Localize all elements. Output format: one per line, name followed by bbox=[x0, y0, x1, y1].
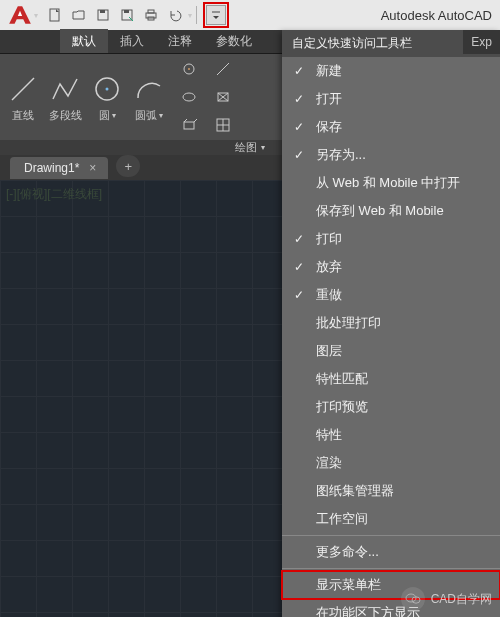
menu-item-label: 显示菜单栏 bbox=[316, 576, 381, 594]
line-label: 直线 bbox=[12, 108, 34, 123]
document-name: Drawing1* bbox=[24, 161, 79, 175]
menu-item[interactable]: ✓另存为... bbox=[282, 141, 500, 169]
menu-item-label: 放弃 bbox=[316, 258, 342, 276]
svg-rect-15 bbox=[184, 122, 194, 129]
menu-item-label: 保存到 Web 和 Mobile bbox=[316, 202, 444, 220]
circle-label: 圆 bbox=[99, 108, 110, 123]
menu-more-commands[interactable]: 更多命令... bbox=[282, 538, 500, 566]
chevron-down-icon: ▾ bbox=[261, 143, 265, 152]
menu-item[interactable]: 批处理打印 bbox=[282, 309, 500, 337]
menu-item[interactable]: ✓重做 bbox=[282, 281, 500, 309]
qat-dropdown-highlight bbox=[203, 2, 229, 28]
menu-item[interactable]: ✓新建 bbox=[282, 57, 500, 85]
mini-tool-2[interactable] bbox=[178, 86, 200, 108]
menu-item-label: 渲染 bbox=[316, 454, 342, 472]
menu-item-label: 新建 bbox=[316, 62, 342, 80]
check-icon: ✓ bbox=[292, 64, 306, 78]
qat-saveas-button[interactable] bbox=[116, 4, 138, 26]
menu-item-label: 从 Web 和 Mobile 中打开 bbox=[316, 174, 460, 192]
arc-tool[interactable]: 圆弧▾ bbox=[132, 72, 166, 123]
menu-item[interactable]: 图层 bbox=[282, 337, 500, 365]
menu-item-label: 重做 bbox=[316, 286, 342, 304]
check-icon: ✓ bbox=[292, 92, 306, 106]
menu-item[interactable]: ✓放弃 bbox=[282, 253, 500, 281]
svg-line-9 bbox=[12, 78, 34, 100]
qat-customize-dropdown-button[interactable] bbox=[206, 5, 226, 25]
close-icon[interactable]: × bbox=[89, 161, 96, 175]
arc-label: 圆弧 bbox=[135, 108, 157, 123]
quick-access-toolbar: ▾ bbox=[44, 2, 229, 28]
menu-item[interactable]: 从 Web 和 Mobile 中打开 bbox=[282, 169, 500, 197]
tab-annotate[interactable]: 注释 bbox=[156, 29, 204, 53]
menu-item[interactable]: 打印预览 bbox=[282, 393, 500, 421]
svg-rect-6 bbox=[148, 10, 154, 13]
mini-tool-4[interactable] bbox=[212, 58, 234, 80]
menu-item-label: 工作空间 bbox=[316, 510, 368, 528]
menu-item-label: 另存为... bbox=[316, 146, 366, 164]
svg-rect-4 bbox=[124, 10, 129, 13]
qat-open-button[interactable] bbox=[68, 4, 90, 26]
qat-new-button[interactable] bbox=[44, 4, 66, 26]
tab-default[interactable]: 默认 bbox=[60, 29, 108, 53]
qat-print-button[interactable] bbox=[140, 4, 162, 26]
check-icon: ✓ bbox=[292, 232, 306, 246]
document-tab[interactable]: Drawing1* × bbox=[10, 157, 108, 179]
check-icon: ✓ bbox=[292, 148, 306, 162]
svg-point-14 bbox=[183, 93, 195, 101]
qat-separator bbox=[196, 6, 197, 24]
chevron-down-icon: ▾ bbox=[159, 111, 163, 120]
menu-item[interactable]: 图纸集管理器 bbox=[282, 477, 500, 505]
circle-tool[interactable]: 圆▾ bbox=[90, 72, 124, 123]
menu-item[interactable]: 工作空间 bbox=[282, 505, 500, 533]
qat-undo-button[interactable] bbox=[164, 4, 186, 26]
menu-item-label: 图纸集管理器 bbox=[316, 482, 394, 500]
mini-tool-3[interactable] bbox=[178, 114, 200, 136]
app-logo[interactable] bbox=[6, 4, 34, 26]
menu-item-label: 打印 bbox=[316, 230, 342, 248]
line-tool[interactable]: 直线 bbox=[6, 72, 40, 123]
undo-dropdown-icon[interactable]: ▾ bbox=[188, 11, 192, 20]
menu-item[interactable]: 渲染 bbox=[282, 449, 500, 477]
menu-item[interactable]: 保存到 Web 和 Mobile bbox=[282, 197, 500, 225]
mini-tool-6[interactable] bbox=[212, 114, 234, 136]
menu-item-label: 特性匹配 bbox=[316, 370, 368, 388]
menu-separator bbox=[282, 535, 500, 536]
menu-separator bbox=[282, 568, 500, 569]
polyline-tool[interactable]: 多段线 bbox=[48, 72, 82, 123]
menu-item-label: 保存 bbox=[316, 118, 342, 136]
menu-item[interactable]: ✓打开 bbox=[282, 85, 500, 113]
check-icon: ✓ bbox=[292, 288, 306, 302]
tab-overflow[interactable]: Exp bbox=[463, 30, 500, 54]
svg-rect-2 bbox=[100, 10, 105, 13]
chevron-down-icon: ▾ bbox=[112, 111, 116, 120]
tab-parametric[interactable]: 参数化 bbox=[204, 29, 264, 53]
mini-tool-5[interactable] bbox=[212, 86, 234, 108]
menu-item-label: 特性 bbox=[316, 426, 342, 444]
watermark-text: CAD自学网 bbox=[431, 591, 492, 608]
menu-item-label: 批处理打印 bbox=[316, 314, 381, 332]
menu-item[interactable]: 特性 bbox=[282, 421, 500, 449]
view-label[interactable]: [-][俯视][二维线框] bbox=[6, 186, 102, 203]
panel-title-label: 绘图 bbox=[235, 140, 257, 155]
qat-customize-menu: 自定义快速访问工具栏 ✓新建✓打开✓保存✓另存为...从 Web 和 Mobil… bbox=[282, 30, 500, 617]
app-title: Autodesk AutoCAD bbox=[381, 8, 500, 23]
menu-item-label: 更多命令... bbox=[316, 543, 379, 561]
mini-tool-1[interactable] bbox=[178, 58, 200, 80]
svg-point-13 bbox=[188, 68, 190, 70]
tab-insert[interactable]: 插入 bbox=[108, 29, 156, 53]
add-tab-button[interactable]: + bbox=[116, 155, 140, 177]
app-menu-arrow-icon[interactable]: ▾ bbox=[34, 11, 38, 20]
polyline-label: 多段线 bbox=[49, 108, 82, 123]
menu-item-label: 图层 bbox=[316, 342, 342, 360]
watermark: CAD自学网 bbox=[401, 587, 492, 611]
check-icon: ✓ bbox=[292, 260, 306, 274]
menu-item[interactable]: 特性匹配 bbox=[282, 365, 500, 393]
menu-item[interactable]: ✓打印 bbox=[282, 225, 500, 253]
svg-point-25 bbox=[406, 594, 416, 602]
menu-item-label: 打印预览 bbox=[316, 398, 368, 416]
svg-line-17 bbox=[194, 119, 197, 122]
qat-save-button[interactable] bbox=[92, 4, 114, 26]
check-icon: ✓ bbox=[292, 120, 306, 134]
menu-item-label: 打开 bbox=[316, 90, 342, 108]
menu-item[interactable]: ✓保存 bbox=[282, 113, 500, 141]
